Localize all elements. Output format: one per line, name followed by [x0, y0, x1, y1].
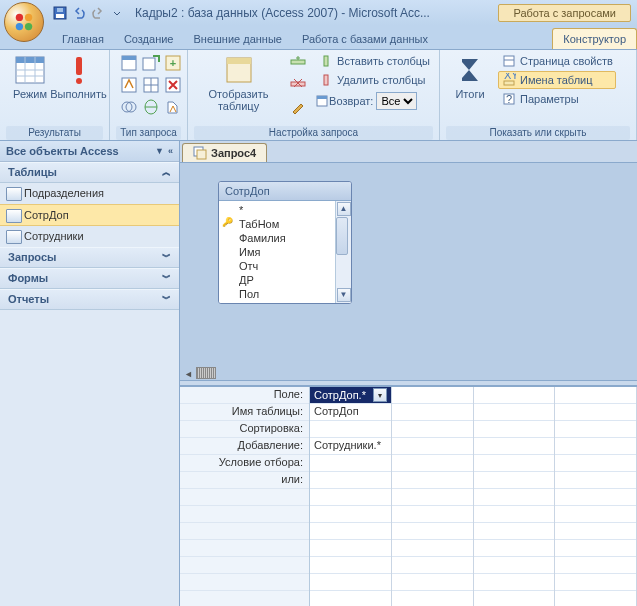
field-pol[interactable]: Пол — [219, 287, 335, 301]
scroll-thumb[interactable] — [336, 217, 348, 255]
svg-rect-34 — [324, 75, 328, 85]
label-append: Добавление: — [180, 438, 309, 455]
grid-column-1[interactable] — [392, 387, 474, 606]
nav-item-employees[interactable]: Сотрудники — [0, 226, 179, 247]
tab-home[interactable]: Главная — [52, 29, 114, 49]
grid-row-labels: Поле: Имя таблицы: Сортировка: Добавлени… — [180, 387, 310, 606]
nav-section-queries[interactable]: Запросы︾ — [0, 247, 179, 268]
returns-icon — [315, 94, 329, 108]
splitter-handle-icon[interactable] — [196, 367, 216, 379]
nav-section-reports[interactable]: Отчеты︾ — [0, 289, 179, 310]
field-familia[interactable]: Фамилия — [219, 231, 335, 245]
passthrough-query-icon[interactable] — [140, 96, 162, 118]
totals-button[interactable]: Итоги — [446, 52, 494, 102]
field-list-scrollbar[interactable]: ▲ ▼ — [335, 201, 351, 303]
tab-create[interactable]: Создание — [114, 29, 184, 49]
office-button[interactable] — [4, 2, 44, 42]
insert-cols-icon — [318, 53, 334, 69]
returns-select[interactable]: Все — [376, 92, 417, 110]
undo-icon[interactable] — [71, 5, 87, 21]
cell-sort-0[interactable] — [310, 421, 391, 438]
svg-rect-33 — [324, 56, 328, 66]
table-names-button[interactable]: XYZИмена таблиц — [498, 71, 616, 89]
grid-column-2[interactable] — [474, 387, 556, 606]
svg-rect-17 — [143, 58, 155, 70]
select-query-icon[interactable] — [118, 52, 140, 74]
svg-rect-36 — [317, 96, 327, 99]
nav-item-sotrdop[interactable]: СотрДоп — [0, 204, 179, 226]
field-imya[interactable]: Имя — [219, 245, 335, 259]
table-field-list[interactable]: СотрДоп * ТабНом Фамилия Имя Отч ДР Пол … — [218, 181, 352, 304]
redo-icon[interactable] — [90, 5, 106, 21]
property-sheet-button[interactable]: Страница свойств — [498, 52, 616, 70]
insert-columns-button[interactable]: Вставить столбцы — [315, 52, 433, 70]
cell-append-0[interactable]: Сотрудники.* — [310, 438, 391, 455]
nav-item-departments[interactable]: Подразделения — [0, 183, 179, 204]
title-bar: Кадры2 : база данных (Access 2007) - Mic… — [0, 0, 637, 25]
chevron-down-icon: ︾ — [162, 293, 171, 306]
svg-point-1 — [25, 14, 32, 21]
view-button[interactable]: Режим — [6, 52, 54, 102]
insert-rows-icon[interactable] — [287, 52, 309, 74]
tab-external[interactable]: Внешние данные — [184, 29, 292, 49]
delete-query-icon[interactable] — [162, 74, 184, 96]
append-query-icon[interactable]: + — [162, 52, 184, 74]
tab-dbtools[interactable]: Работа с базами данных — [292, 29, 438, 49]
delete-columns-button[interactable]: Удалить столбцы — [315, 71, 433, 89]
table-box-title[interactable]: СотрДоп — [219, 182, 351, 201]
svg-point-3 — [25, 23, 32, 30]
navigation-pane: Все объекты Access ▼« Таблицы︽ Подраздел… — [0, 141, 180, 606]
context-tab-label: Работа с запросами — [498, 4, 631, 22]
run-icon — [63, 54, 95, 86]
grid-column-3[interactable] — [555, 387, 637, 606]
nav-collapse-icon[interactable]: « — [168, 146, 173, 156]
svg-rect-44 — [197, 150, 206, 159]
qat-dropdown-icon[interactable] — [109, 5, 125, 21]
label-field: Поле: — [180, 387, 309, 404]
field-tabnom[interactable]: ТабНом — [219, 217, 335, 231]
delete-rows-icon[interactable] — [287, 74, 309, 96]
scroll-down-icon[interactable]: ▼ — [337, 288, 351, 302]
cell-field-0[interactable]: СотрДоп.*▾ — [310, 387, 391, 404]
parameters-button[interactable]: ?Параметры — [498, 90, 616, 108]
scroll-up-icon[interactable]: ▲ — [337, 202, 351, 216]
builder-icon[interactable] — [287, 96, 309, 118]
update-query-icon[interactable] — [118, 74, 140, 96]
field-otch[interactable]: Отч — [219, 259, 335, 273]
chevron-down-icon: ︾ — [162, 251, 171, 264]
svg-point-2 — [16, 23, 23, 30]
datasheet-view-icon — [14, 54, 46, 86]
cell-or-0[interactable] — [310, 472, 391, 489]
nav-section-tables[interactable]: Таблицы︽ — [0, 162, 179, 183]
field-dr[interactable]: ДР — [219, 273, 335, 287]
office-logo-icon — [13, 11, 35, 33]
query-design-grid: Поле: Имя таблицы: Сортировка: Добавлени… — [180, 386, 637, 606]
nav-dropdown-icon[interactable]: ▼ — [155, 146, 164, 156]
label-table: Имя таблицы: — [180, 404, 309, 421]
dropdown-icon[interactable]: ▾ — [373, 388, 387, 402]
window-title: Кадры2 : база данных (Access 2007) - Mic… — [135, 6, 430, 20]
tab-design[interactable]: Конструктор — [552, 28, 637, 49]
field-star[interactable]: * — [219, 203, 335, 217]
svg-text:?: ? — [506, 93, 512, 105]
union-query-icon[interactable] — [118, 96, 140, 118]
ribbon-tabs: Главная Создание Внешние данные Работа с… — [0, 25, 637, 49]
nav-header[interactable]: Все объекты Access ▼« — [0, 141, 179, 162]
cell-criteria-0[interactable] — [310, 455, 391, 472]
query-design-upper[interactable]: СотрДоп * ТабНом Фамилия Имя Отч ДР Пол … — [180, 163, 637, 380]
returns-control[interactable]: Возврат: Все — [315, 92, 433, 110]
nav-section-forms[interactable]: Формы︾ — [0, 268, 179, 289]
doc-tab-query4[interactable]: Запрос4 — [182, 143, 267, 162]
cell-table-0[interactable]: СотрДоп — [310, 404, 391, 421]
show-table-button[interactable]: Отобразить таблицу — [194, 52, 283, 114]
svg-rect-31 — [291, 60, 305, 64]
crosstab-query-icon[interactable] — [140, 74, 162, 96]
data-def-query-icon[interactable] — [162, 96, 184, 118]
grid-column-0[interactable]: СотрДоп.*▾ СотрДоп Сотрудники.* — [310, 387, 392, 606]
pane-splitter[interactable] — [180, 380, 637, 386]
label-or: или: — [180, 472, 309, 489]
make-table-icon[interactable] — [140, 52, 162, 74]
run-button[interactable]: Выполнить — [54, 52, 103, 102]
save-icon[interactable] — [52, 5, 68, 21]
svg-rect-37 — [504, 56, 514, 66]
